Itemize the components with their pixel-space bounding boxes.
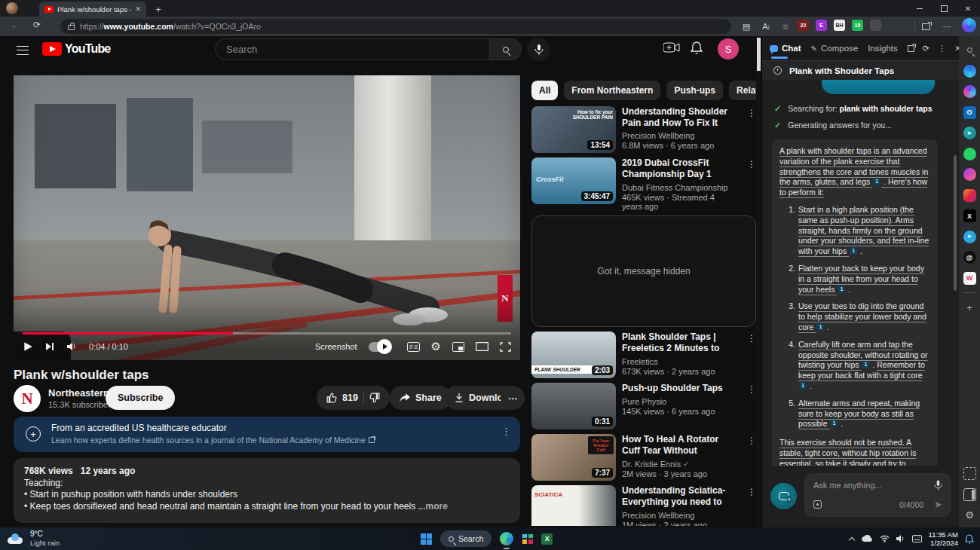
onedrive-icon[interactable]	[861, 535, 873, 542]
start-button[interactable]	[421, 533, 432, 545]
video-menu-button[interactable]: ⋮	[747, 487, 756, 497]
edge-taskbar-icon[interactable]	[500, 532, 513, 545]
address-bar[interactable]: https://www.youtube.com/watch?v=QOCn3_jO…	[60, 19, 731, 34]
like-icon[interactable]	[326, 393, 337, 403]
volume-icon[interactable]	[896, 535, 905, 542]
tab-chat[interactable]: Chat	[770, 36, 801, 60]
screenshot-attach-icon[interactable]	[813, 500, 822, 509]
video-menu-button[interactable]: ⋮	[747, 333, 756, 344]
citation-badge[interactable]: 1	[873, 178, 880, 185]
messenger-app-icon[interactable]	[963, 168, 976, 181]
mic-icon[interactable]	[934, 480, 942, 490]
video-thumbnail[interactable]: PLANK SHOULDER2:03	[531, 332, 616, 378]
citation-badge[interactable]: 1	[850, 247, 857, 255]
tab-compose[interactable]: ✎Compose	[811, 36, 859, 60]
filter-chip[interactable]: All	[531, 81, 558, 100]
banner-link[interactable]: Learn how experts define health sources …	[51, 435, 375, 445]
search-icon[interactable]	[963, 44, 976, 57]
browser-profile-avatar[interactable]	[6, 2, 18, 14]
progress-bar[interactable]	[23, 332, 511, 335]
extension-icon[interactable]: E	[816, 20, 827, 31]
citation-badge[interactable]: 1	[862, 361, 869, 368]
video-thumbnail[interactable]: Fix Your Rotator Cuff7:37	[531, 434, 616, 481]
account-avatar[interactable]: S	[718, 38, 739, 60]
dislike-icon[interactable]	[369, 393, 380, 403]
menu-icon[interactable]	[17, 46, 29, 55]
telegram-app-icon[interactable]: ➤	[963, 231, 976, 243]
banner-menu-icon[interactable]: ⋮	[501, 426, 511, 437]
minimize-button[interactable]	[908, 0, 932, 17]
slack-taskbar-icon[interactable]	[522, 533, 533, 545]
more-actions-button[interactable]: ⋯	[501, 386, 525, 410]
instagram-app-icon[interactable]	[963, 189, 976, 202]
new-tab-button[interactable]: +	[152, 3, 164, 15]
filter-chip[interactable]: From Northeastern	[564, 81, 660, 100]
related-channel-name[interactable]: Freeletics	[622, 357, 733, 366]
excel-taskbar-icon[interactable]: X	[541, 533, 553, 545]
tray-expand-icon[interactable]	[848, 536, 854, 542]
open-in-window-icon[interactable]	[908, 45, 914, 52]
related-video-title[interactable]: 2019 Dubai CrossFit Championship Day 1 (…	[622, 157, 733, 180]
immersive-reader-icon[interactable]: ▤	[739, 19, 754, 34]
voice-search-button[interactable]	[527, 38, 550, 61]
copilot-app-icon[interactable]	[963, 65, 976, 78]
citation-badge[interactable]: 1	[816, 323, 824, 331]
more-button[interactable]: ...more	[415, 501, 448, 512]
extension-icon[interactable]	[870, 20, 881, 31]
notification-bell-icon[interactable]	[965, 534, 974, 544]
related-channel-name[interactable]: Precision Wellbeing	[622, 511, 733, 520]
extension-icon[interactable]: 22	[798, 20, 809, 31]
favorites-star-icon[interactable]: ☆	[778, 19, 793, 34]
related-video[interactable]: SCIATICAUnderstanding Sciatica- Everythi…	[531, 485, 756, 526]
create-video-icon[interactable]	[663, 41, 680, 57]
touch-keyboard-icon[interactable]	[912, 535, 922, 542]
video-menu-button[interactable]: ⋮	[747, 384, 756, 395]
video-thumbnail[interactable]: CrossFit3:45:47	[531, 157, 616, 204]
related-video[interactable]: PLANK SHOULDER2:03Plank Shoulder Taps | …	[531, 332, 756, 378]
tab-close-icon[interactable]: ✕	[135, 5, 141, 13]
related-video[interactable]: 0:31Push-up Shoulder TapsPure Physio145K…	[531, 383, 756, 429]
settings-gear-icon[interactable]: ⚙	[963, 509, 976, 521]
x-app-icon[interactable]: X	[963, 209, 976, 222]
weather-widget[interactable]: 9°C Light rain	[8, 530, 60, 547]
search-button[interactable]	[490, 38, 522, 60]
related-channel-name[interactable]: Pure Physio	[622, 397, 733, 406]
settings-gear-icon[interactable]: ⚙	[431, 340, 441, 353]
citation-badge[interactable]: 1	[830, 420, 838, 427]
w-app-icon[interactable]: W	[963, 272, 976, 285]
extension-icon[interactable]: 15	[852, 20, 863, 31]
fullscreen-icon[interactable]	[500, 342, 511, 352]
notifications-bell-icon[interactable]	[691, 41, 703, 58]
related-channel-name[interactable]: Dr. Kristie Ennis✓	[622, 460, 733, 469]
youtube-logo[interactable]: YouTube	[42, 42, 110, 56]
copilot-button[interactable]	[962, 18, 976, 32]
new-topic-button[interactable]	[770, 483, 797, 509]
filter-chip[interactable]: Related	[729, 81, 756, 100]
video-thumbnail[interactable]: How to fix your SHOULDER PAIN13:54	[531, 106, 616, 153]
tab-insights[interactable]: Insights	[868, 36, 898, 60]
screenshot-tool-icon[interactable]	[963, 467, 976, 480]
close-window-button[interactable]: ✕	[956, 0, 980, 17]
scrollbar-thumb[interactable]	[757, 38, 761, 71]
video-description[interactable]: 768K views 12 years ago Teaching:• Start…	[14, 458, 520, 523]
taskbar-clock[interactable]: 11:35 AM 1/2/2024	[929, 530, 958, 547]
citation-badge[interactable]: 1	[799, 382, 807, 390]
video-thumbnail[interactable]: 0:31	[531, 383, 616, 429]
volume-icon[interactable]	[66, 342, 78, 351]
channel-name[interactable]: Northeastern	[48, 387, 109, 399]
filter-chip[interactable]: Push-ups	[666, 81, 723, 100]
video-menu-button[interactable]: ⋮	[747, 159, 756, 170]
browser-tab[interactable]: Plank w/shoulder taps - YouTube ✕	[39, 2, 146, 17]
more-options-icon[interactable]: ⋮	[938, 44, 946, 53]
threads-app-icon[interactable]: @	[963, 251, 976, 264]
maximize-button[interactable]	[932, 0, 956, 17]
chat-history-bar[interactable]: Plank with Shoulder Taps	[762, 60, 959, 80]
video-thumbnail[interactable]: SCIATICA	[531, 485, 616, 526]
theater-mode-icon[interactable]	[476, 342, 488, 351]
subscribe-button[interactable]: Subscribe	[106, 386, 175, 410]
sidebar-panel-icon[interactable]	[963, 488, 976, 501]
wifi-icon[interactable]	[880, 535, 890, 542]
share-button[interactable]: Share	[390, 386, 452, 410]
related-video-title[interactable]: Understanding Shoulder Pain and How To F…	[622, 106, 733, 128]
play-button[interactable]	[23, 341, 33, 352]
